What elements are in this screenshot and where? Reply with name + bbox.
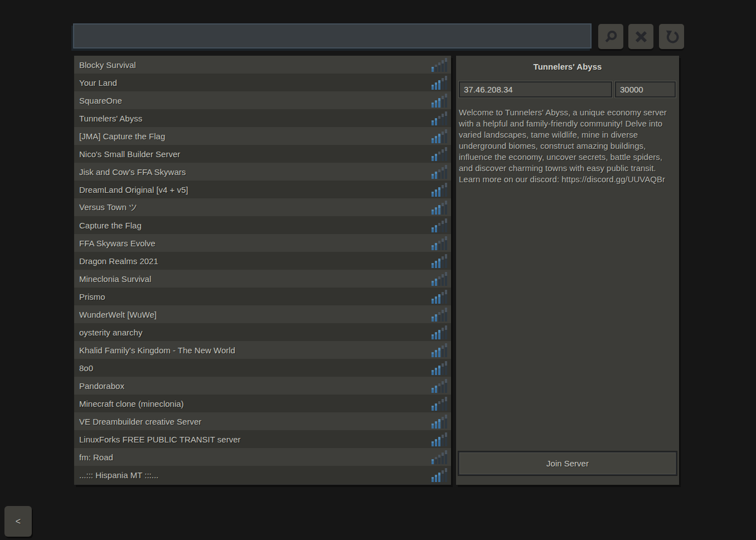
clear-search-button[interactable] [628, 24, 653, 49]
refresh-button[interactable] [659, 24, 684, 49]
ping-bar [438, 276, 440, 286]
ping-bar [442, 417, 444, 429]
close-icon [633, 28, 650, 45]
ping-bar [438, 383, 440, 393]
server-name: Jisk and Cow's FFA Skywars [79, 167, 432, 177]
ping-bars-icon [432, 307, 447, 322]
server-name: FFA Skywars Evolve [79, 239, 432, 248]
ping-bars-icon [432, 93, 447, 108]
ping-bars-icon [432, 111, 447, 125]
ping-bar [435, 314, 437, 322]
ping-bar [438, 455, 440, 464]
server-row[interactable]: Tunnelers' Abyss [74, 109, 451, 127]
ping-bars-icon [432, 289, 447, 304]
ping-bar [435, 172, 437, 179]
ping-bar [435, 386, 437, 393]
ping-bar [442, 185, 444, 197]
server-row[interactable]: Prismo [74, 288, 451, 305]
ping-bar [442, 221, 444, 232]
ping-bars-icon [432, 361, 447, 375]
server-name: SquareOne [79, 96, 432, 105]
server-row[interactable]: Capture the Flag [74, 216, 451, 234]
join-server-button[interactable]: Join Server [458, 451, 677, 475]
server-name: oysterity anarchy [79, 328, 432, 337]
ping-bars-icon [432, 147, 447, 161]
server-name: Tunnelers' Abyss [79, 114, 432, 123]
ping-bar [432, 441, 434, 446]
ping-bar [442, 60, 444, 72]
ping-bar [442, 96, 444, 108]
ping-bar [438, 98, 440, 108]
server-row[interactable]: Dragon Realms 2021 [74, 252, 451, 270]
search-button[interactable] [598, 24, 623, 49]
ping-bar [445, 379, 447, 393]
server-name: Mineclonia Survival [79, 274, 432, 284]
server-name: WunderWelt [WuWe] [79, 310, 432, 319]
server-row[interactable]: DreamLand Original [v4 + v5] [74, 181, 451, 198]
ping-bar [442, 78, 444, 90]
server-name: Prismo [79, 292, 432, 301]
server-row[interactable]: VE Dreambuilder creative Server [74, 412, 451, 430]
ping-bar [445, 201, 447, 215]
ping-bars-icon [432, 414, 447, 429]
server-row[interactable]: Nico's Small Builder Server [74, 145, 451, 163]
ping-bar [438, 330, 440, 339]
ping-bars-icon [432, 378, 447, 393]
back-button[interactable]: < [4, 506, 32, 537]
ping-bar [435, 421, 437, 429]
server-row[interactable]: WunderWelt [WuWe] [74, 305, 451, 323]
ping-bar [432, 424, 434, 429]
server-name: Khalid Family's Kingdom - The New World [79, 346, 432, 355]
ping-bar [432, 192, 434, 197]
server-row[interactable]: ...::: Hispania MT :::... [74, 466, 451, 484]
server-row[interactable]: Khalid Family's Kingdom - The New World [74, 341, 451, 359]
server-row[interactable]: 8o0 [74, 359, 451, 377]
refresh-icon [663, 28, 680, 45]
server-name: Nico's Small Builder Server [79, 149, 432, 159]
server-name: DreamLand Original [v4 + v5] [79, 185, 432, 194]
server-port-field[interactable] [615, 81, 676, 98]
server-name: Blocky Survival [79, 60, 432, 70]
ping-bar [432, 477, 434, 482]
ping-bar [445, 343, 447, 357]
ping-bars-icon [432, 129, 447, 143]
ping-bar [442, 346, 444, 357]
server-row[interactable]: Blocky Survival [74, 56, 451, 74]
server-row[interactable]: Mineclonia Survival [74, 270, 451, 288]
server-row[interactable]: Pandorabox [74, 377, 451, 395]
ping-bar [438, 259, 440, 268]
search-input[interactable] [73, 23, 592, 48]
ping-bar [445, 76, 447, 90]
server-name: Dragon Realms 2021 [79, 256, 432, 266]
server-row[interactable]: SquareOne [74, 91, 451, 109]
server-row[interactable]: LinuxForks FREE PUBLIC TRANSIT server [74, 430, 451, 448]
server-row[interactable]: Your Land [74, 74, 451, 91]
ping-bars-icon [432, 254, 447, 268]
server-row[interactable]: Jisk and Cow's FFA Skywars [74, 163, 451, 181]
server-title: Tunnelers' Abyss [456, 56, 679, 71]
server-name: fm: Road [79, 453, 432, 462]
server-name: LinuxForks FREE PUBLIC TRANSIT server [79, 435, 432, 444]
ping-bar [435, 261, 437, 268]
ping-bar [442, 167, 444, 179]
server-address-field[interactable] [459, 81, 612, 98]
ping-bars-icon [432, 325, 447, 339]
ping-bar [432, 174, 434, 179]
ping-bar [442, 132, 444, 143]
server-row[interactable]: oysterity anarchy [74, 323, 451, 341]
ping-bar [435, 207, 437, 215]
ping-bar [438, 205, 440, 215]
ping-bar [442, 274, 444, 286]
server-row[interactable]: [JMA] Capture the Flag [74, 127, 451, 145]
server-name: ...::: Hispania MT :::... [79, 470, 432, 480]
ping-bar [445, 325, 447, 339]
ping-bar [438, 437, 440, 446]
server-row[interactable]: FFA Skywars Evolve [74, 234, 451, 252]
ping-bar [435, 439, 437, 446]
ping-bar [442, 114, 444, 125]
ping-bars-icon [432, 432, 447, 446]
server-row[interactable]: Versus Town ツ [74, 198, 451, 216]
server-row[interactable]: Minecraft clone (mineclonia) [74, 395, 451, 412]
ping-bars-icon [432, 200, 447, 215]
server-row[interactable]: fm: Road [74, 448, 451, 466]
